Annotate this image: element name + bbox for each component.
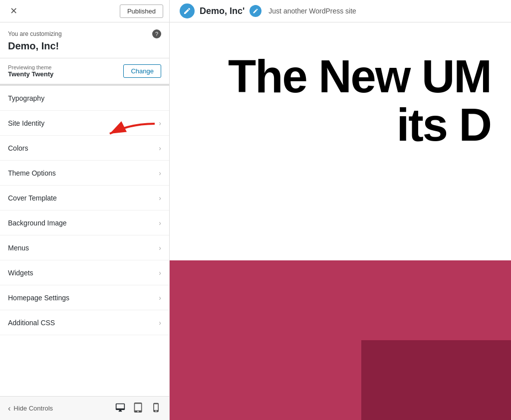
chevron-icon: › [159, 144, 161, 152]
site-name-text: Demo, Inc [200, 6, 243, 16]
previewing-theme-label: Previewing theme [8, 64, 53, 70]
preview-hero-line1: The New UM [190, 52, 491, 101]
nav-item-theme-options[interactable]: Theme Options › [0, 161, 169, 186]
nav-item-background-image[interactable]: Background Image › [0, 210, 169, 235]
site-name: Demo, Inc! [8, 40, 161, 52]
hide-controls-label: Hide Controls [13, 405, 53, 412]
nav-item-additional-css-label: Additional CSS [8, 319, 55, 327]
bottom-icons [115, 403, 161, 415]
nav-item-cover-template-label: Cover Template [8, 194, 57, 202]
nav-item-colors-label: Colors [8, 144, 28, 152]
chevron-icon: › [159, 319, 161, 327]
chevron-icon: › [159, 169, 161, 177]
mobile-view-button[interactable] [151, 403, 161, 415]
preview-site-icon[interactable] [180, 3, 195, 18]
theme-name: Twenty Twenty [8, 70, 53, 78]
nav-item-widgets-label: Widgets [8, 269, 33, 277]
hide-controls[interactable]: ‹ Hide Controls [8, 404, 53, 413]
nav-item-site-identity-label: Site Identity [8, 119, 44, 127]
customizing-section: You are customizing ? Demo, Inc! [0, 22, 169, 58]
nav-item-theme-options-label: Theme Options [8, 169, 56, 177]
preview-dark-rect [361, 340, 511, 420]
nav-item-homepage-settings[interactable]: Homepage Settings › [0, 285, 169, 310]
chevron-icon: › [159, 244, 161, 252]
customizing-label: You are customizing ? [8, 29, 161, 38]
nav-item-colors[interactable]: Colors › [0, 136, 169, 161]
nav-item-widgets[interactable]: Widgets › [0, 260, 169, 285]
top-bar: ✕ Published [0, 0, 169, 22]
change-theme-button[interactable]: Change [123, 64, 161, 78]
nav-item-cover-template[interactable]: Cover Template › [0, 186, 169, 210]
theme-section: Previewing theme Twenty Twenty Change [0, 58, 169, 86]
preview-pink-section [170, 260, 511, 420]
nav-item-menus-label: Menus [8, 244, 29, 252]
nav-item-additional-css[interactable]: Additional CSS › [0, 310, 169, 335]
preview-header: Demo, Inc' Just another WordPress site [170, 0, 511, 22]
bottom-bar: ‹ Hide Controls [0, 396, 169, 420]
chevron-icon: › [159, 269, 161, 277]
desktop-view-button[interactable] [115, 403, 125, 415]
nav-item-background-image-label: Background Image [8, 219, 67, 227]
nav-item-menus[interactable]: Menus › [0, 235, 169, 260]
nav-list: Typography Site Identity › Colors › Them… [0, 86, 169, 396]
nav-item-typography[interactable]: Typography [0, 86, 169, 111]
close-button[interactable]: ✕ [6, 3, 21, 18]
chevron-icon: › [159, 219, 161, 227]
chevron-left-icon: ‹ [8, 404, 10, 413]
tablet-view-button[interactable] [133, 403, 143, 415]
customizing-text: You are customizing [8, 30, 62, 37]
nav-item-site-identity[interactable]: Site Identity › [0, 111, 169, 136]
published-button[interactable]: Published [120, 4, 163, 18]
site-name-suffix: ' [243, 6, 245, 16]
preview-hero: The New UM its D [170, 22, 511, 149]
preview-hero-line2: its D [190, 101, 491, 149]
chevron-icon: › [159, 194, 161, 202]
nav-item-homepage-settings-label: Homepage Settings [8, 294, 69, 302]
chevron-icon: › [159, 119, 161, 127]
chevron-icon: › [159, 294, 161, 302]
customizer-sidebar: ✕ Published You are customizing ? Demo, … [0, 0, 170, 420]
preview-edit-icon[interactable] [250, 5, 261, 17]
nav-item-typography-label: Typography [8, 94, 44, 102]
preview-site-name[interactable]: Demo, Inc' [200, 6, 245, 16]
preview-tagline: Just another WordPress site [268, 7, 356, 15]
help-icon[interactable]: ? [152, 29, 161, 38]
theme-info: Previewing theme Twenty Twenty [8, 64, 53, 78]
preview-area: Demo, Inc' Just another WordPress site T… [170, 0, 511, 420]
